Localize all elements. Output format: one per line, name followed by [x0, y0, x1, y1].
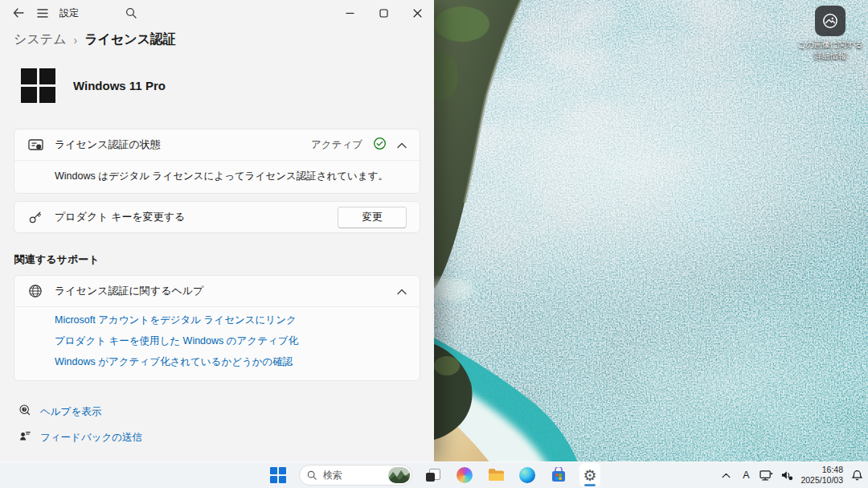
network-icon[interactable]	[760, 464, 773, 486]
activation-status-value: アクティブ	[311, 138, 362, 152]
activation-help-card: ライセンス認証に関するヘルプ Microsoft アカウントをデジタル ライセン…	[14, 275, 420, 381]
search-icon	[307, 470, 317, 480]
link-check-activation[interactable]: Windows がアクティブ化されているかどうかの確認	[55, 355, 407, 369]
search-icon[interactable]	[119, 2, 143, 23]
hidden-icons-chevron-icon[interactable]	[719, 464, 732, 486]
app-title: 設定	[59, 6, 79, 20]
windows-logo-icon	[21, 68, 55, 103]
send-feedback-link[interactable]: フィードバックの送信	[40, 431, 142, 445]
ime-mode-indicator[interactable]: A	[739, 464, 752, 486]
breadcrumb-system[interactable]: システム	[14, 31, 67, 48]
change-product-key-button[interactable]: 変更	[338, 207, 407, 228]
svg-text:?: ?	[23, 407, 26, 412]
active-app-indicator	[584, 484, 596, 486]
clock-date: 2025/10/03	[800, 475, 843, 486]
microsoft-store-button[interactable]	[548, 464, 569, 486]
file-explorer-icon	[488, 468, 505, 482]
link-ms-account-digital-license[interactable]: Microsoft アカウントをデジタル ライセンスにリンク	[55, 314, 407, 327]
copilot-button[interactable]	[454, 464, 475, 486]
breadcrumb: システム › ライセンス認証	[14, 31, 420, 48]
help-links: Microsoft アカウントをデジタル ライセンスにリンク プロダクト キーを…	[14, 307, 420, 380]
taskbar: ⚙ A 16:48 2025/10/03	[0, 461, 868, 488]
footer-links: ? ヘルプを表示 フィードバックの送信	[18, 404, 420, 445]
maximize-button[interactable]	[366, 0, 400, 26]
clock-time: 16:48	[822, 465, 843, 475]
get-help-item[interactable]: ? ヘルプを表示	[18, 404, 420, 420]
help-icon: ?	[18, 404, 31, 420]
product-key-row: プロダクト キーを変更する 変更	[14, 202, 420, 232]
notification-bell-icon[interactable]	[850, 464, 863, 486]
related-support-heading: 関連するサポート	[14, 252, 420, 267]
globe-icon	[27, 284, 43, 298]
activation-status-card: ライセンス認証の状態 アクティブ Windows はデジタル ライセ	[14, 129, 420, 194]
active-check-icon	[373, 137, 387, 154]
key-icon	[27, 210, 43, 224]
edge-icon	[519, 467, 535, 483]
link-activate-with-product-key[interactable]: プロダクト キーを使用した Windows のアクティブ化	[55, 334, 407, 348]
activation-status-row[interactable]: ライセンス認証の状態 アクティブ	[14, 129, 420, 160]
system-tray: A 16:48 2025/10/03	[719, 462, 863, 488]
product-key-card: プロダクト キーを変更する 変更	[14, 201, 420, 233]
task-view-icon	[426, 469, 440, 482]
get-help-link[interactable]: ヘルプを表示	[40, 405, 101, 419]
task-view-button[interactable]	[423, 464, 444, 486]
windows-start-icon	[270, 467, 286, 483]
search-input[interactable]	[321, 469, 375, 482]
nav-menu-icon[interactable]	[31, 2, 55, 23]
volume-icon[interactable]	[780, 464, 793, 486]
edition-block: Windows 11 Pro	[21, 68, 420, 103]
settings-content: システム › ライセンス認証 Windows 11 Pro ライセンス認証の状態	[0, 31, 434, 445]
settings-window: 設定 システム › ライセンス認証	[0, 0, 434, 462]
edition-name: Windows 11 Pro	[73, 79, 166, 92]
file-explorer-button[interactable]	[485, 464, 506, 486]
window-controls	[333, 0, 434, 26]
microsoft-store-icon	[551, 467, 567, 483]
edge-button[interactable]	[517, 464, 538, 486]
chevron-up-icon[interactable]	[397, 284, 407, 298]
photo-icon	[815, 6, 845, 36]
send-feedback-item[interactable]: フィードバックの送信	[18, 429, 420, 445]
taskbar-center: ⚙	[268, 462, 600, 488]
start-button[interactable]	[268, 464, 289, 486]
license-icon	[27, 138, 43, 152]
chevron-up-icon[interactable]	[397, 137, 407, 152]
breadcrumb-separator-icon: ›	[74, 34, 78, 47]
activation-help-label: ライセンス認証に関するヘルプ	[55, 284, 203, 298]
clock[interactable]: 16:48 2025/10/03	[800, 465, 843, 486]
activation-detail-text: Windows はデジタル ライセンスによってライセンス認証されています。	[14, 161, 420, 193]
activation-status-label: ライセンス認証の状態	[55, 137, 161, 152]
settings-app-button[interactable]: ⚙	[579, 464, 600, 486]
back-button[interactable]	[6, 2, 31, 23]
activation-help-row[interactable]: ライセンス認証に関するヘルプ	[14, 276, 420, 306]
minimize-button[interactable]	[333, 0, 366, 26]
feedback-icon	[18, 429, 31, 445]
product-key-label: プロダクト キーを変更する	[55, 210, 185, 224]
titlebar: 設定	[0, 0, 434, 26]
taskbar-search-box[interactable]	[299, 465, 412, 486]
desktop-screen: この画像に関する詳細情報 設定	[0, 0, 868, 488]
close-button[interactable]	[400, 0, 434, 26]
search-highlight-thumbnail[interactable]	[388, 467, 410, 483]
spotlight-desktop-icon[interactable]: この画像に関する詳細情報	[795, 6, 866, 61]
copilot-icon	[457, 467, 473, 483]
page-title: ライセンス認証	[84, 31, 176, 48]
spotlight-label: この画像に関する詳細情報	[796, 39, 864, 61]
